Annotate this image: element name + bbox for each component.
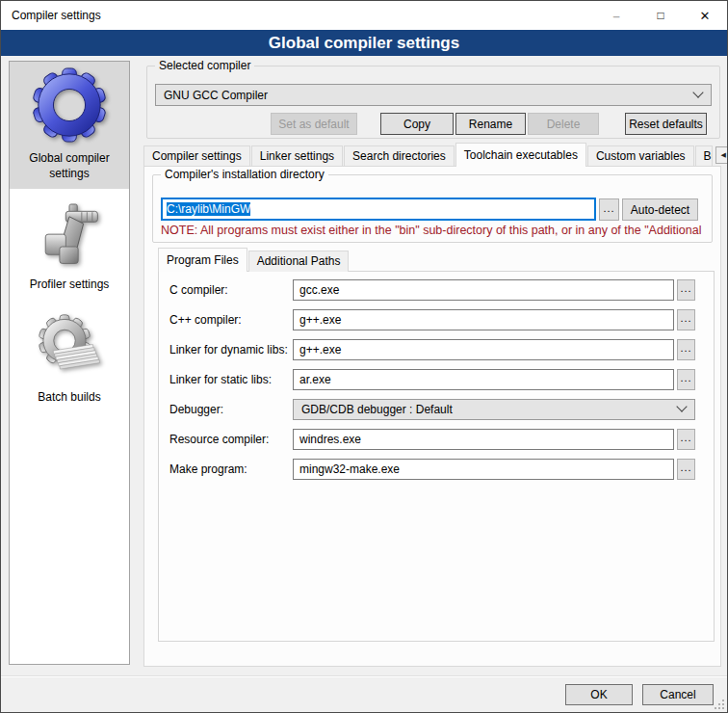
ok-button[interactable]: OK <box>565 684 633 705</box>
sidebar-item-batch-builds[interactable]: Batch builds <box>10 308 129 412</box>
field-label: Resource compiler: <box>169 433 269 446</box>
debugger-select[interactable]: GDB/CDB debugger : Default <box>293 399 695 420</box>
debugger-select-value: GDB/CDB debugger : Default <box>301 403 453 416</box>
dynamic-linker-browse-button[interactable]: ... <box>677 339 695 360</box>
chevron-down-icon <box>676 401 687 411</box>
delete-button[interactable]: Delete <box>528 113 599 135</box>
tab-additional-paths[interactable]: Additional Paths <box>248 251 350 272</box>
gray-gear-stack-icon <box>36 313 103 386</box>
field-label: Make program: <box>169 462 247 476</box>
tab-custom-variables[interactable]: Custom variables <box>587 145 694 167</box>
rename-button[interactable]: Rename <box>455 113 526 135</box>
copy-button[interactable]: Copy <box>380 113 454 135</box>
dynamic-linker-input[interactable] <box>293 339 674 360</box>
tab-program-files[interactable]: Program Files <box>158 248 247 272</box>
close-icon[interactable]: ✕ <box>683 1 727 30</box>
static-linker-input-wrap <box>293 369 674 390</box>
caliper-icon <box>38 202 101 274</box>
sidebar-item-label: Batch builds <box>38 389 100 405</box>
footer-separator <box>1 675 727 677</box>
tab-scroll-controls: ◀ ▶ <box>715 146 728 164</box>
tab-search-directories[interactable]: Search directories <box>344 145 455 167</box>
reset-defaults-button[interactable]: Reset defaults <box>625 113 707 135</box>
note-text: NOTE: All programs must exist either in … <box>161 224 710 238</box>
auto-detect-button[interactable]: Auto-detect <box>622 198 698 221</box>
field-label: Linker for static libs: <box>169 373 272 386</box>
program-tab-strip: Program Files Additional Paths <box>158 249 350 272</box>
sidebar-item-global-compiler-settings[interactable]: Global compiler settings <box>10 62 129 189</box>
field-label: Linker for dynamic libs: <box>169 343 288 356</box>
compiler-select[interactable]: GNU GCC Compiler <box>155 84 712 106</box>
tab-build-options[interactable]: Build options <box>695 145 713 167</box>
resource-compiler-input[interactable] <box>293 429 674 450</box>
tab-toolchain-executables[interactable]: Toolchain executables <box>455 143 586 167</box>
sidebar: Global compiler settings <box>9 61 130 665</box>
sidebar-item-label: Profiler settings <box>30 277 110 292</box>
maximize-icon[interactable]: □ <box>638 1 683 30</box>
cpp-compiler-input[interactable] <box>293 309 674 330</box>
field-label: C compiler: <box>169 283 228 297</box>
field-label: Debugger: <box>169 403 223 416</box>
field-label: C++ compiler: <box>169 313 242 327</box>
settings-tab-strip: Compiler settings Linker settings Search… <box>143 144 721 167</box>
window-controls: – □ ✕ <box>594 1 727 30</box>
tab-compiler-settings[interactable]: Compiler settings <box>143 145 250 167</box>
make-program-input-wrap <box>293 459 674 480</box>
resource-compiler-browse-button[interactable]: ... <box>677 429 695 450</box>
browse-directory-button[interactable]: ... <box>599 198 619 221</box>
blue-gear-icon <box>32 66 107 147</box>
compiler-settings-dialog: Compiler settings – □ ✕ Global compiler … <box>0 0 728 713</box>
minimize-icon[interactable]: – <box>594 1 638 30</box>
dynamic-linker-input-wrap <box>293 339 674 360</box>
compiler-select-value: GNU GCC Compiler <box>164 89 268 102</box>
page-title: Global compiler settings <box>1 30 727 56</box>
make-program-browse-button[interactable]: ... <box>677 459 695 480</box>
tab-linker-settings[interactable]: Linker settings <box>251 145 343 167</box>
sidebar-item-profiler-settings[interactable]: Profiler settings <box>10 198 129 300</box>
installation-directory-group-label: Compiler's installation directory <box>161 168 328 181</box>
installation-directory-value: C:\raylib\MinGW <box>167 202 250 216</box>
installation-directory-input[interactable]: C:\raylib\MinGW <box>161 198 596 221</box>
static-linker-browse-button[interactable]: ... <box>677 369 695 390</box>
make-program-input[interactable] <box>293 459 674 480</box>
cancel-button[interactable]: Cancel <box>642 684 714 705</box>
c-compiler-input-wrap <box>293 279 674 301</box>
chevron-down-icon <box>692 87 703 97</box>
scroll-left-icon[interactable]: ◀ <box>715 146 728 164</box>
resize-grip-icon[interactable] <box>715 700 724 709</box>
sidebar-item-label: Global compiler settings <box>15 150 123 181</box>
window-title: Compiler settings <box>12 9 101 22</box>
cpp-compiler-browse-button[interactable]: ... <box>677 309 695 330</box>
c-compiler-browse-button[interactable]: ... <box>677 279 695 301</box>
c-compiler-input[interactable] <box>293 279 674 301</box>
static-linker-input[interactable] <box>293 369 674 390</box>
cpp-compiler-input-wrap <box>293 309 674 330</box>
title-bar: Compiler settings – □ ✕ <box>1 1 727 30</box>
set-as-default-button[interactable]: Set as default <box>271 113 357 135</box>
resource-compiler-input-wrap <box>293 429 674 450</box>
selected-compiler-group-label: Selected compiler <box>155 59 254 72</box>
